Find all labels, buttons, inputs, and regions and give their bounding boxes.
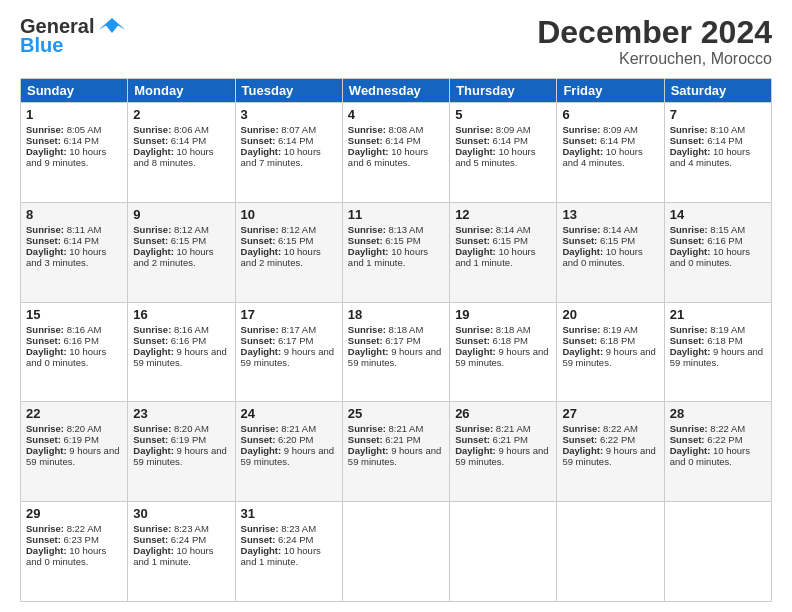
sunset-label: Sunset:: [133, 434, 170, 445]
sunset-time: 6:22 PM: [600, 434, 635, 445]
day-number: 2: [133, 107, 229, 122]
sunset-label: Sunset:: [670, 335, 707, 346]
calendar-day-header: Saturday: [664, 79, 771, 103]
calendar-day-cell: 7Sunrise: 8:10 AMSunset: 6:14 PMDaylight…: [664, 103, 771, 203]
sunset-time: 6:17 PM: [278, 335, 313, 346]
sunrise-label: Sunrise:: [133, 324, 174, 335]
sunrise-label: Sunrise:: [562, 224, 603, 235]
sunset-time: 6:14 PM: [707, 135, 742, 146]
calendar-table: SundayMondayTuesdayWednesdayThursdayFrid…: [20, 78, 772, 602]
calendar-day-header: Thursday: [450, 79, 557, 103]
sunset-time: 6:18 PM: [493, 335, 528, 346]
sunset-time: 6:18 PM: [600, 335, 635, 346]
sunrise-time: 8:16 AM: [67, 324, 102, 335]
daylight-label: Daylight:: [455, 346, 498, 357]
sunset-time: 6:15 PM: [385, 235, 420, 246]
daylight-label: Daylight:: [670, 146, 713, 157]
sunrise-time: 8:23 AM: [174, 523, 209, 534]
daylight-label: Daylight:: [670, 246, 713, 257]
calendar-day-cell: [664, 502, 771, 602]
day-number: 28: [670, 406, 766, 421]
sunset-label: Sunset:: [133, 235, 170, 246]
calendar-day-cell: 6Sunrise: 8:09 AMSunset: 6:14 PMDaylight…: [557, 103, 664, 203]
sunset-time: 6:19 PM: [63, 434, 98, 445]
sunrise-label: Sunrise:: [455, 423, 496, 434]
daylight-label: Daylight:: [348, 246, 391, 257]
sunset-label: Sunset:: [348, 235, 385, 246]
day-number: 13: [562, 207, 658, 222]
day-number: 29: [26, 506, 122, 521]
sunrise-label: Sunrise:: [348, 324, 389, 335]
calendar-day-cell: [342, 502, 449, 602]
day-number: 23: [133, 406, 229, 421]
sunrise-label: Sunrise:: [455, 224, 496, 235]
sunset-label: Sunset:: [562, 235, 599, 246]
sunset-time: 6:15 PM: [600, 235, 635, 246]
sunset-time: 6:16 PM: [171, 335, 206, 346]
sunset-label: Sunset:: [133, 534, 170, 545]
sunset-label: Sunset:: [348, 135, 385, 146]
calendar-day-cell: 2Sunrise: 8:06 AMSunset: 6:14 PMDaylight…: [128, 103, 235, 203]
daylight-label: Daylight:: [26, 545, 69, 556]
calendar-day-cell: 29Sunrise: 8:22 AMSunset: 6:23 PMDayligh…: [21, 502, 128, 602]
calendar-day-cell: 20Sunrise: 8:19 AMSunset: 6:18 PMDayligh…: [557, 302, 664, 402]
calendar-week-row: 1Sunrise: 8:05 AMSunset: 6:14 PMDaylight…: [21, 103, 772, 203]
calendar-day-cell: 18Sunrise: 8:18 AMSunset: 6:17 PMDayligh…: [342, 302, 449, 402]
sunrise-time: 8:18 AM: [389, 324, 424, 335]
sunset-label: Sunset:: [670, 135, 707, 146]
daylight-label: Daylight:: [455, 246, 498, 257]
sunrise-time: 8:22 AM: [603, 423, 638, 434]
sunset-label: Sunset:: [26, 335, 63, 346]
daylight-label: Daylight:: [133, 545, 176, 556]
sunset-time: 6:20 PM: [278, 434, 313, 445]
sunset-label: Sunset:: [26, 235, 63, 246]
sunset-time: 6:24 PM: [171, 534, 206, 545]
sunrise-label: Sunrise:: [26, 124, 67, 135]
calendar-day-cell: [450, 502, 557, 602]
calendar-day-cell: 14Sunrise: 8:15 AMSunset: 6:16 PMDayligh…: [664, 202, 771, 302]
calendar-day-header: Wednesday: [342, 79, 449, 103]
sunrise-time: 8:20 AM: [174, 423, 209, 434]
daylight-label: Daylight:: [26, 346, 69, 357]
day-number: 27: [562, 406, 658, 421]
sunrise-label: Sunrise:: [455, 124, 496, 135]
sunset-time: 6:19 PM: [171, 434, 206, 445]
logo: General Blue: [20, 15, 127, 57]
sunset-label: Sunset:: [26, 434, 63, 445]
daylight-label: Daylight:: [26, 146, 69, 157]
sunset-time: 6:22 PM: [707, 434, 742, 445]
sunset-time: 6:14 PM: [600, 135, 635, 146]
daylight-label: Daylight:: [348, 445, 391, 456]
sunset-label: Sunset:: [241, 335, 278, 346]
sunrise-time: 8:08 AM: [389, 124, 424, 135]
sunrise-label: Sunrise:: [241, 224, 282, 235]
daylight-label: Daylight:: [562, 246, 605, 257]
calendar-day-cell: 30Sunrise: 8:23 AMSunset: 6:24 PMDayligh…: [128, 502, 235, 602]
sunrise-label: Sunrise:: [26, 523, 67, 534]
sunrise-label: Sunrise:: [133, 124, 174, 135]
daylight-label: Daylight:: [562, 346, 605, 357]
sunrise-time: 8:14 AM: [496, 224, 531, 235]
calendar-header-row: SundayMondayTuesdayWednesdayThursdayFrid…: [21, 79, 772, 103]
logo-blue-text: Blue: [20, 34, 63, 57]
calendar-day-cell: 25Sunrise: 8:21 AMSunset: 6:21 PMDayligh…: [342, 402, 449, 502]
sunrise-time: 8:19 AM: [710, 324, 745, 335]
day-number: 22: [26, 406, 122, 421]
calendar-day-cell: 13Sunrise: 8:14 AMSunset: 6:15 PMDayligh…: [557, 202, 664, 302]
sunrise-time: 8:05 AM: [67, 124, 102, 135]
sunrise-label: Sunrise:: [670, 423, 711, 434]
sunrise-label: Sunrise:: [26, 423, 67, 434]
calendar-day-header: Sunday: [21, 79, 128, 103]
sunrise-label: Sunrise:: [348, 124, 389, 135]
day-number: 24: [241, 406, 337, 421]
svg-marker-0: [99, 18, 126, 33]
calendar-day-cell: 22Sunrise: 8:20 AMSunset: 6:19 PMDayligh…: [21, 402, 128, 502]
sunrise-time: 8:15 AM: [710, 224, 745, 235]
day-number: 16: [133, 307, 229, 322]
sunset-time: 6:16 PM: [707, 235, 742, 246]
calendar-day-cell: 8Sunrise: 8:11 AMSunset: 6:14 PMDaylight…: [21, 202, 128, 302]
daylight-label: Daylight:: [133, 346, 176, 357]
calendar-day-cell: 28Sunrise: 8:22 AMSunset: 6:22 PMDayligh…: [664, 402, 771, 502]
sunrise-label: Sunrise:: [133, 523, 174, 534]
daylight-label: Daylight:: [670, 346, 713, 357]
